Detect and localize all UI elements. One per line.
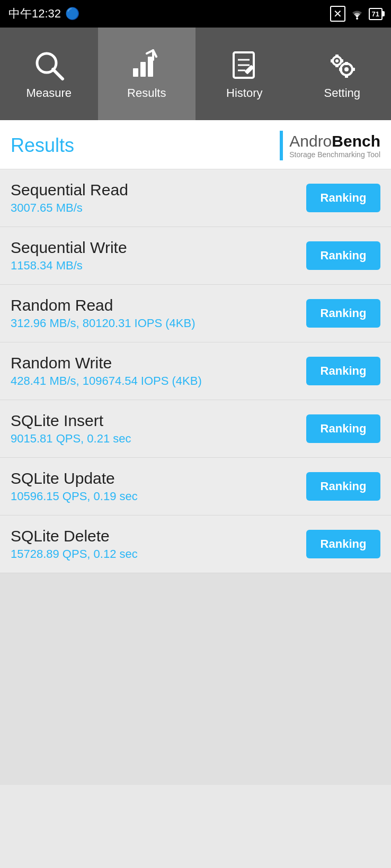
table-row: Sequential Read 3007.65 MB/s Ranking — [0, 169, 391, 227]
logo-andro: Andro — [289, 132, 332, 150]
table-row: SQLite Update 10596.15 QPS, 0.19 sec Ran… — [0, 458, 391, 516]
status-time: 中午12:32 — [8, 6, 61, 22]
result-name: SQLite Update — [11, 469, 306, 487]
status-bar: 中午12:32 🔵 ✕ 71 — [0, 0, 391, 28]
result-value: 10596.15 QPS, 0.19 sec — [11, 490, 306, 503]
table-row: Random Write 428.41 MB/s, 109674.54 IOPS… — [0, 342, 391, 400]
result-info: Sequential Read 3007.65 MB/s — [11, 181, 306, 215]
result-value: 312.96 MB/s, 80120.31 IOPS (4KB) — [11, 317, 306, 330]
svg-rect-16 — [331, 59, 333, 62]
result-info: SQLite Insert 9015.81 QPS, 0.21 sec — [11, 412, 306, 446]
app-icon: 🔵 — [65, 7, 79, 21]
table-row: SQLite Insert 9015.81 QPS, 0.21 sec Rank… — [0, 400, 391, 458]
page-header: Results AndroBench Storage Benchmarking … — [0, 120, 391, 169]
ranking-button-seq-read[interactable]: Ranking — [306, 184, 380, 212]
tab-measure-label: Measure — [26, 86, 72, 100]
results-list: Sequential Read 3007.65 MB/s Ranking Seq… — [0, 169, 391, 573]
result-info: Random Write 428.41 MB/s, 109674.54 IOPS… — [11, 354, 306, 388]
tab-history[interactable]: History — [196, 28, 294, 120]
svg-point-0 — [356, 17, 358, 20]
battery-icon: 71 — [369, 8, 383, 20]
svg-rect-3 — [133, 68, 138, 77]
tab-results[interactable]: Results — [98, 28, 196, 120]
result-name: Sequential Write — [11, 239, 306, 257]
nav-tabs: Measure Results — [0, 28, 391, 120]
svg-rect-15 — [335, 65, 339, 67]
result-info: SQLite Delete 15728.89 QPS, 0.12 sec — [11, 527, 306, 561]
results-icon — [130, 48, 164, 82]
svg-rect-17 — [341, 59, 343, 62]
result-value: 3007.65 MB/s — [11, 201, 306, 215]
logo-sub: Storage Benchmarking Tool — [289, 150, 380, 159]
logo-bench: Bench — [332, 132, 380, 150]
svg-rect-4 — [140, 62, 146, 77]
result-value: 1158.34 MB/s — [11, 259, 306, 273]
result-info: Random Read 312.96 MB/s, 80120.31 IOPS (… — [11, 296, 306, 330]
tab-setting-label: Setting — [324, 86, 361, 100]
result-name: SQLite Insert — [11, 412, 306, 430]
ranking-button-sqlite-update[interactable]: Ranking — [306, 472, 380, 501]
svg-rect-23 — [352, 68, 355, 71]
result-name: Sequential Read — [11, 181, 306, 199]
tab-measure[interactable]: Measure — [0, 28, 98, 120]
table-row: Sequential Write 1158.34 MB/s Ranking — [0, 227, 391, 285]
result-value: 428.41 MB/s, 109674.54 IOPS (4KB) — [11, 374, 306, 388]
ranking-button-sqlite-insert[interactable]: Ranking — [306, 414, 380, 443]
svg-rect-14 — [335, 55, 339, 57]
history-icon — [227, 48, 261, 82]
result-name: Random Read — [11, 296, 306, 314]
result-name: SQLite Delete — [11, 527, 306, 545]
result-value: 9015.81 QPS, 0.21 sec — [11, 432, 306, 446]
status-left: 中午12:32 🔵 — [8, 6, 79, 22]
tab-results-label: Results — [127, 86, 166, 100]
result-name: Random Write — [11, 354, 306, 372]
table-row: SQLite Delete 15728.89 QPS, 0.12 sec Ran… — [0, 516, 391, 573]
status-right: ✕ 71 — [330, 6, 383, 22]
svg-rect-21 — [345, 75, 348, 78]
ranking-button-rand-write[interactable]: Ranking — [306, 357, 380, 385]
logo-bar — [280, 131, 283, 160]
svg-rect-11 — [245, 65, 254, 74]
logo-text: AndroBench — [289, 132, 380, 150]
tab-history-label: History — [226, 86, 262, 100]
ranking-button-rand-read[interactable]: Ranking — [306, 299, 380, 328]
result-info: Sequential Write 1158.34 MB/s — [11, 239, 306, 273]
table-row: Random Read 312.96 MB/s, 80120.31 IOPS (… — [0, 285, 391, 342]
result-value: 15728.89 QPS, 0.12 sec — [11, 547, 306, 561]
svg-line-2 — [53, 69, 63, 79]
battery-x-icon: ✕ — [330, 6, 345, 22]
setting-icon — [325, 48, 359, 82]
logo-area: AndroBench Storage Benchmarking Tool — [280, 131, 380, 160]
wifi-icon — [350, 8, 365, 20]
svg-rect-20 — [345, 62, 348, 65]
footer-area — [0, 573, 391, 785]
result-info: SQLite Update 10596.15 QPS, 0.19 sec — [11, 469, 306, 503]
page-title: Results — [11, 134, 74, 157]
measure-icon — [32, 48, 66, 82]
svg-point-13 — [335, 59, 339, 62]
svg-point-19 — [344, 67, 349, 71]
ranking-button-sqlite-delete[interactable]: Ranking — [306, 530, 380, 558]
tab-setting[interactable]: Setting — [294, 28, 392, 120]
svg-rect-22 — [339, 68, 342, 71]
ranking-button-seq-write[interactable]: Ranking — [306, 241, 380, 270]
